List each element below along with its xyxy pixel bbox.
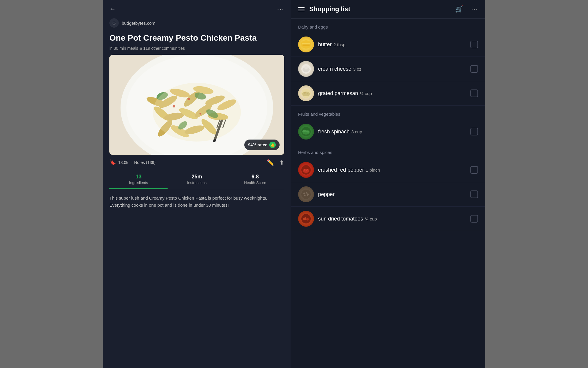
separator: · [131,160,132,165]
list-item[interactable]: grated parmesan ¼ cup [291,81,485,106]
ingredient-amount: 1 pinch [366,168,380,173]
svg-point-40 [307,93,308,94]
tab-ingredients[interactable]: 13 Ingredients [109,170,168,189]
ingredient-amount: 2 tbsp [333,42,345,47]
ingredient-avatar-pepper [298,186,314,202]
rating-text: 94% rated [248,142,268,147]
notes-link[interactable]: Notes (139) [134,160,156,165]
left-header: ← ··· [103,0,291,18]
ingredient-info: crushed red pepper 1 pinch [318,167,466,173]
shopping-list: Dairy and eggs butter 2 tbsp cream chees… [291,19,485,368]
svg-point-47 [304,169,305,171]
ingredient-checkbox-pepper[interactable] [470,190,478,198]
list-item[interactable]: sun dried tomatoes ¼ cup [291,207,485,231]
ingredient-amount: 3 oz [353,67,361,72]
thumbs-up-icon: 👍 [269,142,276,148]
save-count: 13.0k [118,160,128,165]
svg-point-52 [306,192,308,194]
list-item[interactable]: crushed red pepper 1 pinch [291,158,485,182]
ingredient-info: butter 2 tbsp [318,42,466,48]
ingredient-avatar-butter [298,37,314,52]
ingredient-amount: 3 cup [351,129,362,134]
tab-instructions-label: Instructions [168,180,226,185]
svg-point-49 [307,169,308,170]
section-herbs-header: Herbs and spices [291,144,485,158]
ingredient-checkbox-tomatoes[interactable] [470,215,478,223]
ingredient-name: butter [318,42,332,48]
tab-health-label: Health Score [226,180,284,185]
ingredient-name: pepper [318,191,335,198]
source-row: ⊙ budgetbytes.com [103,18,291,31]
ingredient-checkbox-butter[interactable] [470,41,478,48]
tab-ingredients-number: 13 [109,174,168,180]
ingredient-info: pepper [318,191,466,198]
svg-point-54 [304,195,306,196]
source-icon: ⊙ [109,18,119,28]
rating-badge: 94% rated 👍 [244,140,280,150]
svg-point-39 [304,92,306,94]
hamburger-menu-button[interactable] [298,7,305,11]
ingredient-info: fresh spinach 3 cup [318,129,466,135]
source-name[interactable]: budgetbytes.com [122,21,155,26]
ingredient-name: fresh spinach [318,129,350,135]
recipe-image: 94% rated 👍 [109,55,284,155]
ingredient-checkbox-cream[interactable] [470,65,478,73]
svg-rect-33 [302,43,310,44]
svg-point-30 [153,83,241,142]
right-more-button[interactable]: ··· [471,6,478,13]
ingredient-checkbox-parmesan[interactable] [470,89,478,97]
ingredient-checkbox-spinach[interactable] [470,128,478,135]
back-button[interactable]: ← [109,5,116,13]
source-logo-icon: ⊙ [112,21,116,25]
list-item[interactable]: pepper [291,182,485,207]
svg-point-59 [305,217,306,218]
tab-instructions-number: 25m [168,174,226,180]
ingredient-info: cream cheese 3 oz [318,66,466,72]
shopping-list-title: Shopping list [309,5,450,13]
action-icons: ✏️ ⬆ [267,159,284,166]
share-button[interactable]: ⬆ [279,159,284,166]
communities-text: in 30 min meals & 119 other communities [103,46,291,55]
svg-point-46 [303,169,309,173]
recipe-title: One Pot Creamy Pesto Chicken Pasta [103,31,291,46]
list-item[interactable]: butter 2 tbsp [291,32,485,57]
svg-point-51 [303,193,305,194]
svg-point-50 [301,190,311,199]
cart-icon[interactable]: 🛒 [455,5,463,13]
tab-health[interactable]: 6.8 Health Score [226,170,284,189]
svg-point-58 [306,218,309,221]
section-fruits-header: Fruits and vegetables [291,106,485,120]
ingredient-name: sun dried tomatoes [318,216,363,222]
list-item[interactable]: fresh spinach 3 cup [291,120,485,144]
list-item[interactable]: cream cheese 3 oz [291,57,485,81]
ingredient-name: crushed red pepper [318,167,364,173]
ingredient-avatar-red-pepper [298,162,314,178]
ingredient-amount: ¼ cup [360,91,372,96]
recipe-actions: 🔖 13.0k · Notes (139) ✏️ ⬆ [103,155,291,170]
ingredient-avatar-parmesan [298,85,314,101]
bookmark-icon: 🔖 [109,159,116,166]
tab-instructions[interactable]: 25m Instructions [168,170,226,189]
ingredient-name: cream cheese [318,66,351,72]
svg-point-36 [304,66,308,69]
bookmark-row: 🔖 13.0k · Notes (139) [109,159,263,166]
ingredient-avatar-spinach [298,124,314,140]
recipe-description: This super lush and Creamy Pesto Chicken… [103,189,291,214]
svg-point-48 [306,170,307,171]
svg-point-38 [302,92,310,96]
tab-ingredients-label: Ingredients [109,180,168,185]
left-panel: ← ··· ⊙ budgetbytes.com One Pot Creamy P… [103,0,291,368]
svg-point-55 [307,195,308,196]
tab-health-number: 6.8 [226,174,284,180]
right-panel: Shopping list 🛒 ··· Dairy and eggs butte… [291,0,485,368]
ingredient-avatar-cream [298,61,314,77]
section-dairy-header: Dairy and eggs [291,19,485,32]
edit-button[interactable]: ✏️ [267,159,274,166]
more-options-button[interactable]: ··· [277,5,284,13]
ingredient-info: grated parmesan ¼ cup [318,90,466,97]
ingredient-checkbox-red-pepper[interactable] [470,166,478,174]
tabs-row: 13 Ingredients 25m Instructions 6.8 Heal… [109,170,284,189]
ingredient-avatar-tomatoes [298,211,314,227]
ingredient-info: sun dried tomatoes ¼ cup [318,216,466,222]
ingredient-amount: ¼ cup [365,216,377,221]
